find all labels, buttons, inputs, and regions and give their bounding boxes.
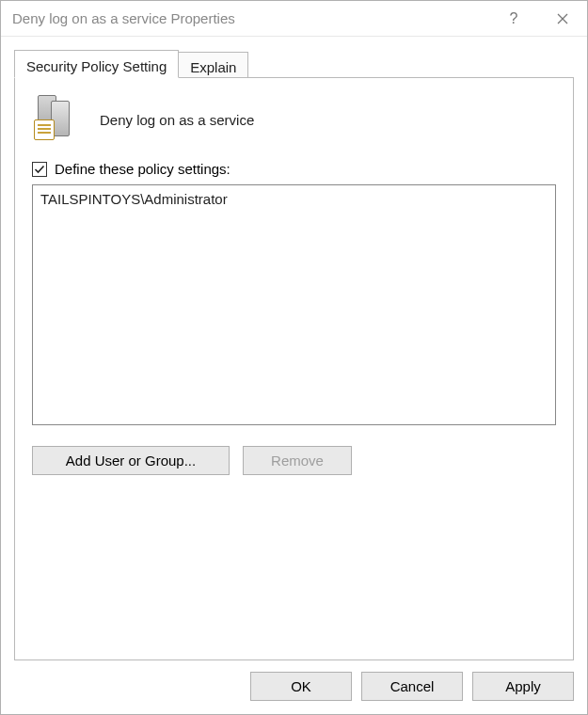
define-settings-checkbox[interactable]: Define these policy settings: (32, 161, 556, 177)
define-settings-label: Define these policy settings: (55, 161, 230, 177)
button-label: Apply (505, 678, 541, 694)
remove-button: Remove (243, 446, 352, 475)
checkmark-icon (32, 162, 47, 177)
tab-explain[interactable]: Explain (179, 52, 248, 77)
button-label: OK (291, 678, 311, 694)
list-action-buttons: Add User or Group... Remove (32, 446, 556, 475)
principals-listbox[interactable]: TAILSPINTOYS\Administrator (32, 184, 556, 425)
tab-strip: Security Policy Setting Explain (14, 50, 574, 78)
security-policy-panel: Deny log on as a service Define these po… (14, 77, 574, 660)
help-button[interactable]: ? (489, 1, 538, 37)
properties-dialog: Deny log on as a service Properties ? Se… (0, 0, 588, 715)
close-icon (557, 13, 568, 24)
window-title: Deny log on as a service Properties (12, 10, 489, 26)
close-button[interactable] (538, 1, 587, 37)
ok-button[interactable]: OK (250, 672, 352, 701)
cancel-button[interactable]: Cancel (361, 672, 463, 701)
policy-servers-icon (32, 95, 81, 144)
add-user-group-button[interactable]: Add User or Group... (32, 446, 230, 475)
dialog-button-row: OK Cancel Apply (1, 660, 587, 714)
button-label: Cancel (390, 678, 435, 694)
tab-label: Explain (190, 59, 236, 75)
tab-label: Security Policy Setting (26, 58, 167, 74)
apply-button[interactable]: Apply (472, 672, 574, 701)
policy-header: Deny log on as a service (32, 95, 556, 144)
policy-name: Deny log on as a service (100, 112, 254, 128)
button-label: Remove (271, 453, 324, 469)
titlebar: Deny log on as a service Properties ? (1, 1, 587, 37)
tab-security-policy[interactable]: Security Policy Setting (14, 50, 179, 78)
dialog-content: Security Policy Setting Explain Deny log… (1, 37, 587, 660)
button-label: Add User or Group... (66, 453, 196, 469)
list-item[interactable]: TAILSPINTOYS\Administrator (40, 191, 548, 207)
